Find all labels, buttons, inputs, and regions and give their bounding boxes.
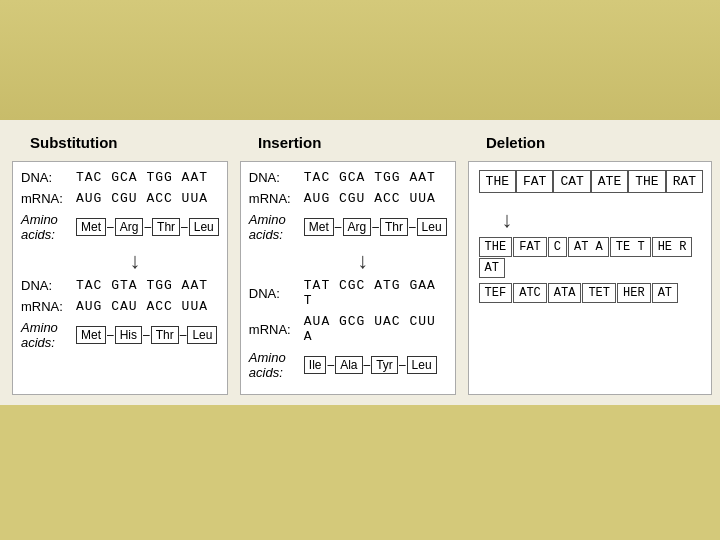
sub-before-mrna: AUG CGU ACC UUA [76,191,208,206]
ins-amino-ile: Ile [304,356,327,374]
sub-before-dna: TAC GCA TGG AAT [76,170,208,185]
substitution-section: DNA: TAC GCA TGG AAT mRNA: AUG CGU ACC U… [12,161,228,395]
amino-met-1: Met [76,218,106,236]
amino-met-2: Met [76,326,106,344]
sub-before-amino: Met – Arg – Thr – Leu [76,218,219,236]
sub-after-amino: Met – His – Thr – Leu [76,326,217,344]
dna-label-2: DNA: [21,278,76,293]
mrna-label-1: mRNA: [21,191,76,206]
del-after-row1: THE FAT C AT A TE T HE R AT [479,237,703,278]
ins-amino-leu-2: Leu [407,356,437,374]
ins-after-dna: TAT CGC ATG GAA T [304,278,447,308]
del-tef-broken-at: AT [479,258,505,278]
amino-arg-1: Arg [115,218,144,236]
ins-amino-arg-1: Arg [343,218,372,236]
del-row2-at: AT [652,283,678,303]
ins-mrna-label-1: mRNA: [249,191,304,206]
ins-dna-label-1: DNA: [249,170,304,185]
del-row2-tef: TEF [479,283,513,303]
del-cell-rat1: RAT [666,170,703,193]
del-tef-broken-c: C [548,237,567,257]
ins-amino-leu-1: Leu [417,218,447,236]
ins-amino-met-1: Met [304,218,334,236]
ins-amino-tyr: Tyr [371,356,398,374]
amino-his-1: His [115,326,142,344]
ins-mrna-label-2: mRNA: [249,322,304,337]
ins-amino-ala: Ala [335,356,362,374]
sub-after-mrna: AUG CAU ACC UUA [76,299,208,314]
amino-thr-2: Thr [151,326,179,344]
ins-before-dna: TAC GCA TGG AAT [304,170,436,185]
ins-amino-label-2: Aminoacids: [249,350,304,380]
del-cell-the2: THE [628,170,665,193]
del-before-grid: THE FAT CAT ATE THE RAT [479,170,703,193]
del-cell-cat1: CAT [553,170,590,193]
del-row2-ata: ATA [548,283,582,303]
mrna-label-2: mRNA: [21,299,76,314]
substitution-header: Substitution [18,128,246,157]
ins-before-mrna: AUG CGU ACC UUA [304,191,436,206]
insertion-section: DNA: TAC GCA TGG AAT mRNA: AUG CGU ACC U… [240,161,456,395]
del-cell-ate1: ATE [591,170,628,193]
ins-amino-label-1: Aminoacids: [249,212,304,242]
del-cell-the1: THE [479,170,516,193]
sub-after-dna: TAC GTA TGG AAT [76,278,208,293]
amino-leu-1: Leu [189,218,219,236]
del-tef-broken-her: HE R [652,237,693,257]
del-row2-atc: ATC [513,283,547,303]
del-tef-broken-tet: TE T [610,237,651,257]
ins-dna-label-2: DNA: [249,286,304,301]
top-banner [0,0,720,120]
deletion-header: Deletion [474,128,702,157]
dna-label-1: DNA: [21,170,76,185]
del-tef-broken-ata: AT A [568,237,609,257]
ins-amino-thr-1: Thr [380,218,408,236]
del-tef-broken-the: THE [479,237,513,257]
del-arrow: ↓ [502,207,703,233]
del-cell-fat1: FAT [516,170,553,193]
headers-row: Substitution Insertion Deletion [0,120,720,161]
del-row2-her: HER [617,283,651,303]
amino-label-1: Aminoacids: [21,212,76,242]
del-after-row2: TEF ATC ATA TET HER AT [479,283,703,303]
amino-leu-2: Leu [187,326,217,344]
del-row2-tet: TET [582,283,616,303]
sub-arrow: ↓ [21,248,219,274]
insertion-header: Insertion [246,128,474,157]
content-area: DNA: TAC GCA TGG AAT mRNA: AUG CGU ACC U… [0,161,720,405]
deletion-section: THE FAT CAT ATE THE RAT ↓ THE FAT C AT A… [468,161,712,395]
ins-after-mrna: AUA GCG UAC CUU A [304,314,447,344]
amino-thr-1: Thr [152,218,180,236]
ins-arrow: ↓ [249,248,447,274]
ins-after-amino: Ile – Ala – Tyr – Leu [304,356,437,374]
ins-before-amino: Met – Arg – Thr – Leu [304,218,447,236]
amino-label-2: Aminoacids: [21,320,76,350]
del-tef-broken-fat: FAT [513,237,547,257]
